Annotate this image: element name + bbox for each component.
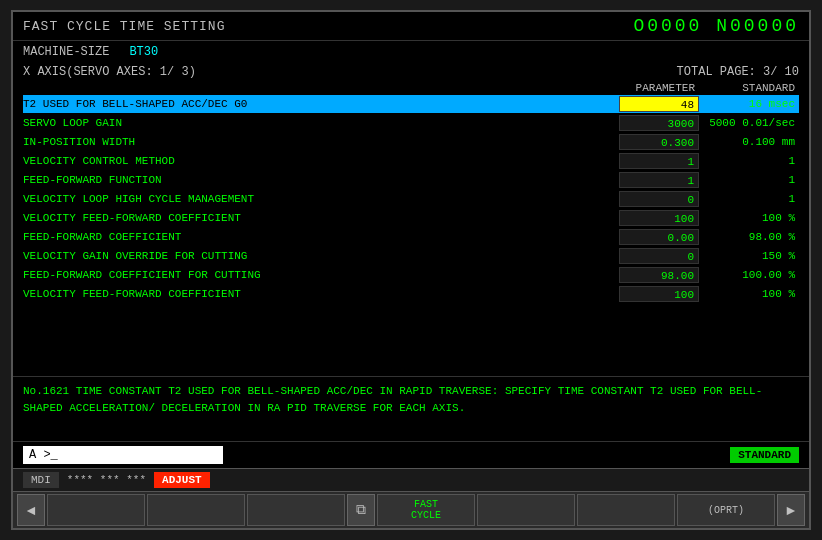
row-label: FEED-FORWARD COEFFICIENT FOR CUTTING bbox=[23, 269, 619, 281]
fast-cycle-button[interactable]: FAST CYCLE bbox=[377, 494, 475, 526]
soft-btn-4[interactable] bbox=[477, 494, 575, 526]
table-row[interactable]: VELOCITY FEED-FORWARD COEFFICIENT100100 … bbox=[23, 285, 799, 303]
standard-header: STANDARD bbox=[699, 82, 799, 94]
row-standard-value: 0.100 mm bbox=[699, 136, 799, 148]
table-row[interactable]: VELOCITY CONTROL METHOD11 bbox=[23, 152, 799, 170]
row-param-value: 0.300 bbox=[619, 134, 699, 150]
row-label: VELOCITY CONTROL METHOD bbox=[23, 155, 619, 167]
table-row[interactable]: SERVO LOOP GAIN30005000 0.01/sec bbox=[23, 114, 799, 132]
table-row[interactable]: T2 USED FOR BELL-SHAPED ACC/DEC G04816 m… bbox=[23, 95, 799, 113]
axis-left: X AXIS(SERVO AXES: 1/ 3) bbox=[23, 65, 196, 79]
axis-info: X AXIS(SERVO AXES: 1/ 3) TOTAL PAGE: 3/ … bbox=[13, 63, 809, 81]
table-row[interactable]: FEED-FORWARD COEFFICIENT0.0098.00 % bbox=[23, 228, 799, 246]
row-param-value: 0.00 bbox=[619, 229, 699, 245]
standard-button[interactable]: STANDARD bbox=[730, 447, 799, 463]
left-arrow-button[interactable]: ◄ bbox=[17, 494, 45, 526]
status-code: **** *** *** bbox=[67, 474, 146, 486]
command-input[interactable]: A >_ bbox=[23, 446, 223, 464]
description-text: No.1621 TIME CONSTANT T2 USED FOR BELL-S… bbox=[23, 385, 762, 414]
row-param-value: 48 bbox=[619, 96, 699, 112]
soft-btn-5[interactable] bbox=[577, 494, 675, 526]
screen-title: FAST CYCLE TIME SETTING bbox=[23, 19, 225, 34]
column-headers: PARAMETER STANDARD bbox=[13, 81, 809, 95]
row-standard-value: 98.00 % bbox=[699, 231, 799, 243]
row-param-value: 3000 bbox=[619, 115, 699, 131]
row-param-value: 1 bbox=[619, 153, 699, 169]
input-bar: A >_ STANDARD bbox=[13, 441, 809, 468]
axis-right: TOTAL PAGE: 3/ 10 bbox=[677, 65, 799, 79]
row-label: VELOCITY FEED-FORWARD COEFFICIENT bbox=[23, 212, 619, 224]
row-standard-value: 150 % bbox=[699, 250, 799, 262]
machine-size-label: MACHINE-SIZE bbox=[23, 45, 109, 59]
table-row[interactable]: VELOCITY GAIN OVERRIDE FOR CUTTING0150 % bbox=[23, 247, 799, 265]
fast-cycle-label-top: FAST bbox=[414, 499, 438, 510]
status-bar: MDI **** *** *** ADJUST bbox=[13, 468, 809, 491]
machine-info: MACHINE-SIZE BT30 bbox=[13, 41, 809, 63]
row-label: FEED-FORWARD FUNCTION bbox=[23, 174, 619, 186]
row-param-value: 100 bbox=[619, 210, 699, 226]
adjust-button[interactable]: ADJUST bbox=[154, 472, 210, 488]
table-row[interactable]: VELOCITY LOOP HIGH CYCLE MANAGEMENT01 bbox=[23, 190, 799, 208]
fast-cycle-label-bottom: CYCLE bbox=[411, 510, 441, 521]
main-screen: FAST CYCLE TIME SETTING O0000 N00000 MAC… bbox=[11, 10, 811, 530]
row-param-value: 98.00 bbox=[619, 267, 699, 283]
row-standard-value: 100.00 % bbox=[699, 269, 799, 281]
row-label: VELOCITY FEED-FORWARD COEFFICIENT bbox=[23, 288, 619, 300]
row-standard-value: 1 bbox=[699, 155, 799, 167]
row-label: SERVO LOOP GAIN bbox=[23, 117, 619, 129]
table-row[interactable]: IN-POSITION WIDTH0.3000.100 mm bbox=[23, 133, 799, 151]
row-label: VELOCITY GAIN OVERRIDE FOR CUTTING bbox=[23, 250, 619, 262]
row-standard-value: 1 bbox=[699, 193, 799, 205]
scroll-icon: ⧉ bbox=[347, 494, 375, 526]
row-standard-value: 16 msec bbox=[699, 98, 799, 110]
mode-label: MDI bbox=[23, 472, 59, 488]
bottom-softkey-bar: ◄ ⧉ FAST CYCLE (OPRT) ► bbox=[13, 491, 809, 528]
row-param-value: 0 bbox=[619, 248, 699, 264]
row-standard-value: 100 % bbox=[699, 288, 799, 300]
header-bar: FAST CYCLE TIME SETTING O0000 N00000 bbox=[13, 12, 809, 41]
program-code: O0000 N00000 bbox=[633, 16, 799, 36]
description-box: No.1621 TIME CONSTANT T2 USED FOR BELL-S… bbox=[13, 376, 809, 441]
row-standard-value: 100 % bbox=[699, 212, 799, 224]
soft-btn-1[interactable] bbox=[47, 494, 145, 526]
row-standard-value: 1 bbox=[699, 174, 799, 186]
row-param-value: 100 bbox=[619, 286, 699, 302]
oprt-button[interactable]: (OPRT) bbox=[677, 494, 775, 526]
right-arrow-button[interactable]: ► bbox=[777, 494, 805, 526]
machine-size-value: BT30 bbox=[129, 45, 158, 59]
param-header: PARAMETER bbox=[619, 82, 699, 94]
table-row[interactable]: VELOCITY FEED-FORWARD COEFFICIENT100100 … bbox=[23, 209, 799, 227]
row-param-value: 0 bbox=[619, 191, 699, 207]
soft-btn-2[interactable] bbox=[147, 494, 245, 526]
row-param-value: 1 bbox=[619, 172, 699, 188]
row-label: IN-POSITION WIDTH bbox=[23, 136, 619, 148]
parameter-table: T2 USED FOR BELL-SHAPED ACC/DEC G04816 m… bbox=[13, 95, 809, 376]
table-row[interactable]: FEED-FORWARD FUNCTION11 bbox=[23, 171, 799, 189]
row-label: FEED-FORWARD COEFFICIENT bbox=[23, 231, 619, 243]
table-row[interactable]: FEED-FORWARD COEFFICIENT FOR CUTTING98.0… bbox=[23, 266, 799, 284]
soft-btn-3[interactable] bbox=[247, 494, 345, 526]
row-standard-value: 5000 0.01/sec bbox=[699, 117, 799, 129]
row-label: VELOCITY LOOP HIGH CYCLE MANAGEMENT bbox=[23, 193, 619, 205]
row-label: T2 USED FOR BELL-SHAPED ACC/DEC G0 bbox=[23, 98, 619, 110]
